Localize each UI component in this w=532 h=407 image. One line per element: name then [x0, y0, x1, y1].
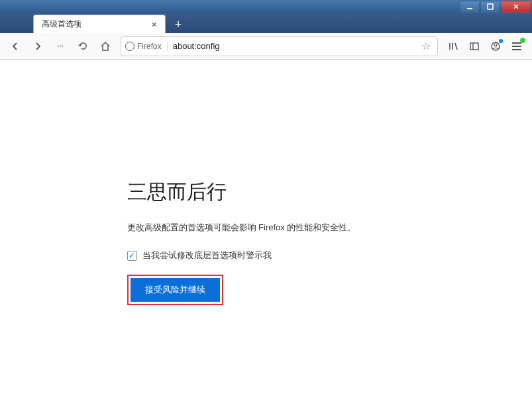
forward-button[interactable] — [28, 36, 48, 56]
tab-title: 高级首选项 — [42, 19, 81, 30]
history-dropdown-button[interactable]: ⋯ — [50, 36, 70, 56]
notification-dot-icon — [499, 39, 503, 43]
home-button[interactable] — [95, 36, 115, 56]
minimize-button[interactable] — [460, 1, 480, 13]
svg-rect-1 — [488, 4, 493, 9]
bookmark-star-icon[interactable]: ☆ — [419, 40, 433, 52]
browser-window: 高级首选项 × + ⋯ Firefox ☆ — [0, 0, 532, 407]
checkbox-icon[interactable]: ✓ — [127, 251, 137, 261]
warning-description: 更改高级配置的首选项可能会影响 Firefox 的性能和安全性。 — [127, 222, 405, 234]
svg-line-6 — [455, 43, 457, 50]
window-controls — [459, 1, 531, 13]
accept-risk-button[interactable]: 接受风险并继续 — [131, 278, 220, 302]
warning-checkbox-row[interactable]: ✓ 当我尝试修改底层首选项时警示我 — [127, 249, 405, 261]
tab-strip: 高级首选项 × + — [0, 13, 532, 33]
hamburger-icon — [512, 42, 521, 50]
identity-box[interactable]: Firefox — [125, 42, 168, 51]
url-bar[interactable]: Firefox ☆ — [121, 36, 438, 56]
svg-point-10 — [494, 44, 497, 46]
navigation-toolbar: ⋯ Firefox ☆ — [0, 33, 532, 60]
window-titlebar — [0, 0, 532, 13]
page-content: 三思而后行 更改高级配置的首选项可能会影响 Firefox 的性能和安全性。 ✓… — [0, 60, 532, 407]
warning-title: 三思而后行 — [127, 179, 405, 206]
update-dot-icon — [520, 38, 525, 43]
back-button[interactable] — [5, 36, 25, 56]
new-tab-button[interactable]: + — [168, 16, 188, 33]
checkbox-label: 当我尝试修改底层首选项时警示我 — [142, 249, 272, 261]
menu-button[interactable] — [507, 36, 527, 56]
toolbar-right — [443, 36, 527, 56]
reload-button[interactable] — [73, 36, 93, 56]
svg-rect-0 — [467, 8, 472, 9]
svg-rect-7 — [470, 43, 478, 50]
button-highlight: 接受风险并继续 — [127, 275, 223, 305]
account-icon[interactable] — [486, 36, 505, 56]
sidebar-icon[interactable] — [464, 36, 484, 56]
identity-label: Firefox — [137, 42, 162, 51]
tab-close-icon[interactable]: × — [148, 19, 160, 30]
maximize-button[interactable] — [480, 1, 500, 13]
close-button[interactable] — [501, 1, 531, 13]
warning-container: 三思而后行 更改高级配置的首选项可能会影响 Firefox 的性能和安全性。 ✓… — [127, 179, 405, 305]
url-input[interactable] — [173, 41, 419, 51]
browser-tab[interactable]: 高级首选项 × — [33, 15, 166, 33]
library-icon[interactable] — [443, 36, 463, 56]
firefox-icon — [125, 42, 134, 51]
